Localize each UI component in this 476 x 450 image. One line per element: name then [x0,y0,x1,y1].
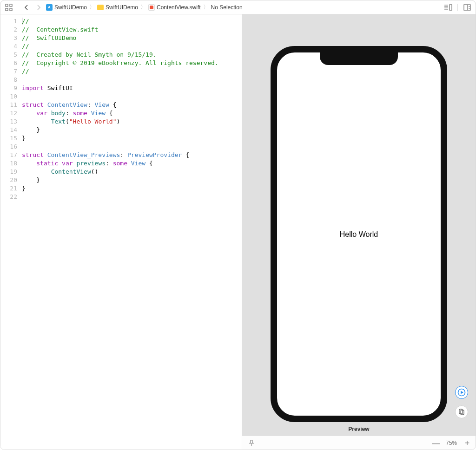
live-preview-play-button[interactable] [455,386,468,399]
chevron-right-icon: 〉 [140,3,146,11]
swift-file-icon [148,4,155,11]
breadcrumb[interactable]: A SwiftUIDemo 〉 SwiftUIDemo 〉 ContentVie… [46,3,441,11]
line-number: 11 [0,101,17,109]
chevron-right-icon: 〉 [89,3,95,11]
preview-label[interactable]: Preview [242,426,476,432]
breadcrumb-selection: No Selection [211,4,243,11]
svg-rect-0 [6,4,8,7]
line-number: 16 [0,143,17,151]
code-line[interactable]: ContentView() [22,168,242,176]
line-number: 22 [0,193,17,201]
code-line[interactable]: // SwiftUIDemo [22,34,242,42]
preview-content-text: Hello World [277,230,441,239]
line-number: 8 [0,76,17,84]
toolbar-divider [457,4,458,11]
line-number: 18 [0,159,17,168]
code-line[interactable] [22,92,242,101]
code-editor-pane: 12345678910111213141516171819202122 ////… [0,14,242,450]
line-number: 4 [0,42,17,51]
code-line[interactable]: static var previews: some View { [22,159,242,168]
svg-rect-8 [450,5,452,10]
top-toolbar: A SwiftUIDemo 〉 SwiftUIDemo 〉 ContentVie… [0,0,476,14]
svg-marker-14 [461,391,463,394]
line-number: 13 [0,117,17,126]
svg-rect-3 [10,8,12,11]
code-line[interactable]: // [22,17,242,26]
line-number: 10 [0,92,17,101]
preview-bottom-bar: — 75% + [242,436,476,450]
preview-variants-button[interactable] [455,405,468,418]
code-line[interactable] [22,76,242,84]
code-editor[interactable]: 12345678910111213141516171819202122 ////… [0,14,242,201]
line-number: 5 [0,51,17,59]
line-number: 3 [0,34,17,42]
code-content[interactable]: //// ContentView.swift// SwiftUIDemo////… [22,17,242,201]
nav-back-button[interactable] [22,3,31,12]
code-line[interactable]: } [22,126,242,134]
folder-icon [97,5,104,10]
breadcrumb-project: SwiftUIDemo [54,4,87,11]
chevron-right-icon: 〉 [203,3,209,11]
zoom-level[interactable]: 75% [446,440,457,446]
code-line[interactable]: // Created by Neil Smyth on 9/15/19. [22,51,242,59]
line-number: 12 [0,109,17,117]
breadcrumb-folder: SwiftUIDemo [106,4,138,11]
line-number: 17 [0,151,17,159]
line-number: 14 [0,126,17,134]
code-line[interactable]: } [22,176,242,184]
code-line[interactable] [22,143,242,151]
device-notch [320,52,398,65]
code-line[interactable]: } [22,134,242,143]
adjust-editor-options-icon[interactable] [463,3,472,12]
line-number: 7 [0,67,17,76]
line-number: 19 [0,168,17,176]
project-icon: A [46,4,53,11]
pin-preview-button[interactable] [247,438,256,448]
related-items-icon[interactable] [4,3,13,12]
code-line[interactable]: import SwiftUI [22,84,242,92]
code-line[interactable]: } [22,184,242,193]
code-line[interactable]: // [22,67,242,76]
code-line[interactable]: struct ContentView_Previews: PreviewProv… [22,151,242,159]
zoom-in-button[interactable]: + [463,439,471,447]
zoom-out-button[interactable]: — [432,439,439,447]
nav-forward-button[interactable] [34,3,43,12]
line-number: 1 [0,17,17,26]
line-number: 21 [0,184,17,193]
line-gutter: 12345678910111213141516171819202122 [0,17,22,201]
svg-rect-9 [464,5,470,10]
preview-canvas[interactable]: Hello World Preview [242,14,476,436]
code-line[interactable]: // ContentView.swift [22,26,242,34]
code-line[interactable]: var body: some View { [22,109,242,117]
line-number: 2 [0,26,17,34]
main-split: 12345678910111213141516171819202122 ////… [0,14,476,450]
code-line[interactable]: Text("Hello World") [22,117,242,126]
svg-rect-1 [10,4,12,7]
line-number: 15 [0,134,17,143]
svg-rect-2 [6,8,8,11]
line-number: 6 [0,59,17,67]
line-number: 20 [0,176,17,184]
breadcrumb-file: ContentView.swift [157,4,201,11]
preview-pane: Hello World Preview [242,14,476,450]
line-number: 9 [0,84,17,92]
text-cursor [22,18,22,25]
minimap-toggle-icon[interactable] [443,3,453,12]
device-frame[interactable]: Hello World [271,46,447,422]
code-line[interactable]: struct ContentView: View { [22,101,242,109]
code-line[interactable]: // [22,42,242,51]
code-line[interactable] [22,193,242,201]
code-line[interactable]: // Copyright © 2019 eBookFrenzy. All rig… [22,59,242,67]
